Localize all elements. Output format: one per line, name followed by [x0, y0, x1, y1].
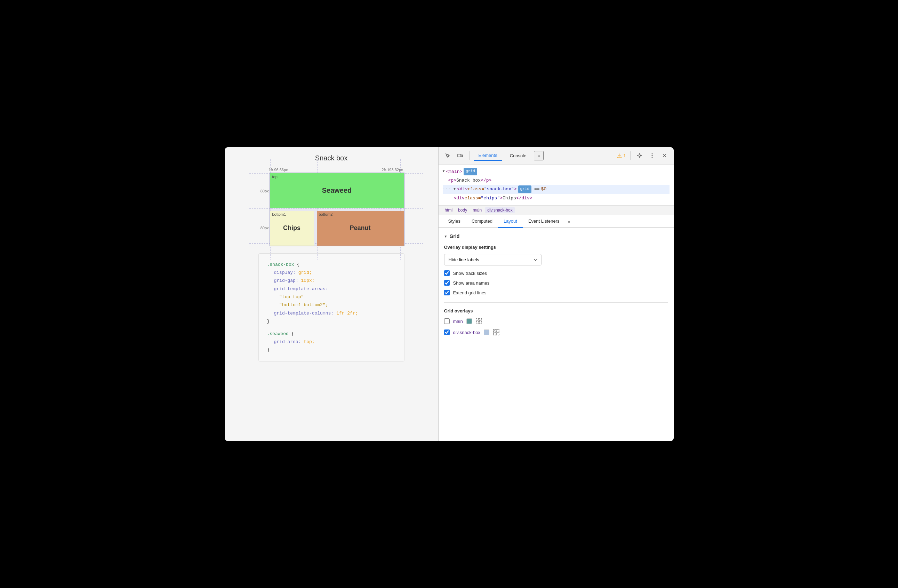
overlay-snack-checkbox[interactable] — [444, 329, 450, 335]
code-line-display: display: grid; — [274, 269, 396, 277]
dom-triangle-main: ▼ — [443, 168, 445, 175]
tab-styles[interactable]: Styles — [443, 215, 466, 228]
grid-overlays-title: Grid overlays — [444, 308, 668, 314]
dom-line-snack-box[interactable]: ··· ▼ <div class= "snack-box" > grid == … — [443, 185, 669, 194]
left-panel: Snack box 1fr·96.66px 2fr·193.32px 80px … — [224, 147, 438, 441]
svg-line-6 — [448, 156, 449, 157]
checkbox-extend-lines-label: Extend grid lines — [453, 290, 487, 296]
dom-ellipsis[interactable]: ··· — [443, 185, 451, 193]
tab-event-listeners[interactable]: Event Listeners — [523, 215, 565, 228]
layout-content: ▼ Grid Overlay display settings Hide lin… — [438, 228, 674, 441]
dom-line-p: <p> Snack box </p> — [448, 176, 669, 185]
overlay-snack-color[interactable] — [484, 329, 489, 335]
more-options-icon[interactable] — [647, 151, 657, 160]
section-divider — [444, 302, 668, 303]
grid-section-title: Grid — [449, 234, 460, 239]
code-line-areas-label: grid-template-areas: — [274, 285, 396, 293]
overlay-main-color[interactable] — [466, 319, 472, 324]
code-line-gap: grid-gap: 10px; — [274, 277, 396, 285]
devtools-toolbar: Elements Console » ⚠ 1 — [438, 147, 674, 165]
checkbox-track-sizes: Show track sizes — [444, 270, 668, 276]
grid-triangle: ▼ — [444, 234, 447, 238]
code-line-1: .snack-box { — [267, 260, 396, 269]
tab-more-btn[interactable]: » — [534, 151, 543, 160]
checkbox-extend-lines-input[interactable] — [444, 290, 450, 296]
code-selector-snack: .snack-box — [267, 262, 294, 267]
cell-seaweed-content: Seaweed — [322, 186, 352, 194]
cell-peanut: bottom2 Peanut — [317, 211, 404, 246]
svg-point-10 — [651, 154, 652, 154]
code-line-seaweed: .seaweed { — [267, 330, 396, 338]
dom-badge-main: grid — [464, 168, 477, 175]
tab-computed[interactable]: Computed — [466, 215, 498, 228]
dom-line-main: ▼ <main> grid — [443, 167, 669, 176]
grid-label-col1: 1fr·96.66px — [269, 168, 318, 172]
checkbox-area-names-label: Show area names — [453, 280, 490, 286]
svg-rect-18 — [497, 329, 499, 332]
panel-tabs: Styles Computed Layout Event Listeners » — [438, 215, 674, 228]
warning-badge: ⚠ 1 — [617, 152, 626, 159]
checkbox-area-names-input[interactable] — [444, 280, 450, 286]
svg-point-9 — [638, 155, 640, 157]
code-panel: .snack-box { display: grid; grid-gap: 10… — [258, 253, 404, 362]
overlay-row-snack-box: div.snack-box — [444, 329, 668, 336]
svg-rect-8 — [461, 155, 463, 157]
toolbar-right: ⚠ 1 × — [617, 151, 669, 160]
tab-layout[interactable]: Layout — [498, 215, 523, 228]
breadcrumb-body[interactable]: body — [456, 207, 469, 213]
dom-tree: ▼ <main> grid <p> Snack box </p> ··· ▼ <… — [438, 165, 674, 206]
checkbox-track-sizes-input[interactable] — [444, 270, 450, 276]
breadcrumb-main[interactable]: main — [471, 207, 484, 213]
code-blank — [267, 326, 396, 330]
svg-rect-14 — [479, 319, 482, 321]
dom-badge-snack: grid — [518, 185, 531, 193]
cell-peanut-area: bottom2 — [319, 212, 333, 216]
tab-console[interactable]: Console — [505, 151, 531, 160]
overlay-settings: Overlay display settings Hide line label… — [444, 245, 668, 296]
inspect-icon[interactable] — [443, 151, 452, 160]
grid-top-labels: 1fr·96.66px 2fr·193.32px — [269, 168, 404, 172]
code-line-columns: grid-template-columns: 1fr 2fr; — [274, 309, 396, 317]
checkbox-area-names: Show area names — [444, 280, 668, 286]
checkbox-track-sizes-label: Show track sizes — [453, 271, 487, 276]
panel-tab-more[interactable]: » — [565, 215, 573, 228]
breadcrumb-html[interactable]: html — [443, 207, 455, 213]
settings-icon[interactable] — [635, 151, 644, 160]
toolbar-separator-2 — [630, 151, 630, 160]
grid-label-row2: 80px — [258, 226, 269, 230]
svg-rect-20 — [497, 332, 499, 335]
overlay-snack-grid-icon[interactable] — [493, 329, 500, 336]
device-toggle-icon[interactable] — [455, 151, 465, 160]
code-line-grid-area: grid-area: top; — [274, 338, 396, 346]
code-line-close1: } — [267, 317, 396, 325]
devtools-panel: Elements Console » ⚠ 1 — [438, 147, 674, 441]
dom-triangle-snack-box: ▼ — [454, 186, 456, 192]
snack-box-title: Snack box — [315, 154, 348, 162]
grid-visualizer: 1fr·96.66px 2fr·193.32px 80px 80px — [258, 168, 404, 246]
cell-chips-content: Chips — [283, 225, 300, 232]
tab-elements[interactable]: Elements — [474, 151, 502, 161]
cell-chips: bottom1 Chips — [270, 211, 314, 246]
line-labels-dropdown[interactable]: Hide line labels Show line labels Show l… — [444, 254, 541, 265]
grid-row-gap — [270, 208, 404, 211]
cell-seaweed-area: top — [272, 175, 278, 179]
code-selector-seaweed: .seaweed — [267, 331, 289, 336]
svg-rect-15 — [476, 322, 478, 324]
overlay-main-label: main — [453, 319, 463, 324]
dom-line-chips: <div class= "chips" > Chips </div> — [454, 194, 669, 203]
grid-row-2: bottom1 Chips bottom2 Peanut — [270, 211, 404, 246]
code-line-close2: } — [267, 346, 396, 354]
grid-section-header[interactable]: ▼ Grid — [444, 234, 668, 239]
overlay-main-checkbox[interactable] — [444, 319, 450, 324]
checkbox-extend-lines: Extend grid lines — [444, 290, 668, 296]
close-icon[interactable]: × — [660, 151, 669, 160]
overlay-settings-title: Overlay display settings — [444, 245, 668, 250]
warning-icon: ⚠ — [617, 152, 622, 159]
cell-peanut-content: Peanut — [349, 225, 371, 232]
cell-seaweed: top Seaweed — [270, 173, 404, 208]
overlay-row-main: main — [444, 318, 668, 325]
breadcrumb-snack-box[interactable]: div.snack-box — [485, 207, 514, 213]
svg-rect-7 — [458, 154, 461, 157]
svg-point-11 — [651, 155, 652, 156]
overlay-main-grid-icon[interactable] — [475, 318, 482, 325]
